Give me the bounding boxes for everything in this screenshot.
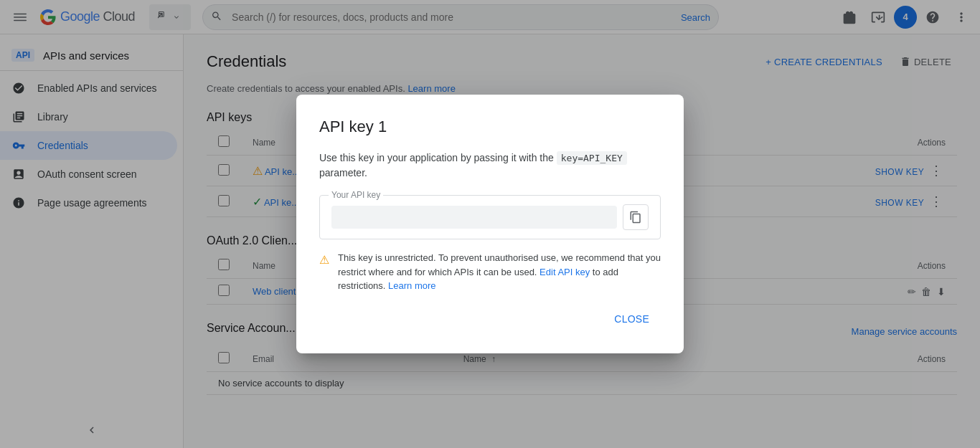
copy-api-key-button[interactable] <box>623 204 649 230</box>
edit-api-key-link[interactable]: Edit API key <box>540 267 590 277</box>
warning-box: ⚠ This key is unrestricted. To prevent u… <box>319 251 661 293</box>
modal-overlay: API key 1 Use this key in your applicati… <box>0 0 980 448</box>
dialog-actions: CLOSE <box>319 308 661 330</box>
api-key-dialog: API key 1 Use this key in your applicati… <box>296 95 684 353</box>
warning-triangle-icon: ⚠ <box>319 252 329 293</box>
api-key-value-display <box>331 206 617 229</box>
api-key-row <box>331 204 649 230</box>
your-api-key-section: Your API key <box>319 195 661 239</box>
your-api-key-label: Your API key <box>329 190 383 200</box>
dialog-learn-more-link[interactable]: Learn more <box>388 280 435 291</box>
dialog-title: API key 1 <box>319 118 661 136</box>
dialog-description: Use this key in your application by pass… <box>319 151 661 181</box>
dialog-close-button[interactable]: CLOSE <box>603 308 661 330</box>
